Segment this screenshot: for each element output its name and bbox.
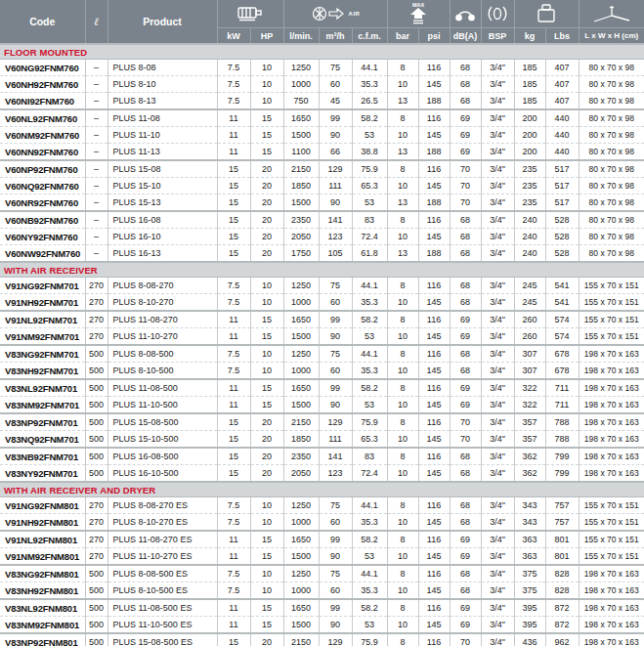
cell-liters: 500 <box>85 431 107 449</box>
cell-cfm: 35.3 <box>352 514 387 532</box>
cell-bar: 10 <box>387 127 418 144</box>
cell-dba: 69 <box>450 548 481 566</box>
cell-dba: 68 <box>450 278 481 294</box>
cell-dims: 155 x 70 x 151 <box>579 311 644 328</box>
cell-lmin: 1000 <box>283 514 319 532</box>
cell-bsp: 3/4" <box>481 160 514 178</box>
cell-code: V60NP92FNM760 <box>0 160 85 178</box>
cell-dims: 198 x 70 x 163 <box>579 599 644 617</box>
cell-lmin: 1650 <box>283 531 319 548</box>
cell-dims: 80 x 70 x 98 <box>579 93 644 110</box>
cell-kw: 11 <box>217 127 250 144</box>
cell-m3h: 99 <box>319 379 352 397</box>
cell-product: PLUS 15-13 <box>107 194 217 212</box>
cell-kw: 11 <box>217 328 250 346</box>
cell-hp: 10 <box>250 565 283 582</box>
cell-hp: 15 <box>250 379 283 397</box>
cell-code: V91NG92FNM701 <box>0 278 85 294</box>
cell-bsp: 3/4" <box>481 514 514 532</box>
cell-psi: 145 <box>418 127 450 144</box>
cell-dba: 68 <box>450 363 481 380</box>
motor-group-header <box>217 0 283 28</box>
cell-hp: 15 <box>250 311 283 328</box>
cell-kw: 15 <box>217 160 250 178</box>
cell-hp: 10 <box>250 93 283 110</box>
cell-bsp: 3/4" <box>481 127 514 144</box>
cell-liters: 270 <box>85 514 107 532</box>
cell-liters: 500 <box>85 633 107 646</box>
cell-liters: 500 <box>85 565 107 582</box>
cell-lmin: 1500 <box>283 548 319 566</box>
cell-kw: 7.5 <box>217 514 250 532</box>
cell-kg: 343 <box>514 514 545 532</box>
cell-lbs: 711 <box>545 397 579 414</box>
cell-product: PLUS 11-10-270 <box>107 328 217 346</box>
cell-kw: 11 <box>217 397 250 414</box>
cell-bsp: 3/4" <box>481 93 514 110</box>
cell-psi: 188 <box>418 245 450 263</box>
cell-product: PLUS 8-08-270 <box>107 278 217 294</box>
cell-lbs: 678 <box>545 363 579 380</box>
cell-bsp: 3/4" <box>481 531 514 548</box>
cell-liters: – <box>85 211 107 229</box>
cell-product: PLUS 8-10-270 <box>107 294 217 312</box>
cell-code: V91NL92FNM801 <box>0 531 85 548</box>
cell-cfm: 35.3 <box>352 76 387 93</box>
cell-bsp: 3/4" <box>481 599 514 617</box>
cell-lmin: 1650 <box>283 379 319 397</box>
cell-m3h: 90 <box>319 127 352 144</box>
cell-bsp: 3/4" <box>481 211 514 229</box>
cell-lbs: 828 <box>545 565 579 582</box>
cell-psi: 116 <box>418 599 450 617</box>
table-row: V60NY92FNM760–PLUS 16-101520205012372.41… <box>0 229 644 245</box>
cell-bsp: 3/4" <box>481 363 514 380</box>
air-group-header: AIR <box>283 0 387 28</box>
cell-bsp: 3/4" <box>481 144 514 161</box>
cell-product: PLUS 11-08-500 ES <box>107 599 217 617</box>
cell-dims: 80 x 70 x 98 <box>579 109 644 127</box>
cell-psi: 116 <box>418 311 450 328</box>
cell-hp: 10 <box>250 278 283 294</box>
cell-dims: 198 x 70 x 163 <box>579 633 644 646</box>
cell-dims: 198 x 70 x 163 <box>579 617 644 634</box>
cell-lbs: 517 <box>545 194 579 212</box>
cell-dims: 80 x 70 x 98 <box>579 245 644 263</box>
table-row: V83NG92FNM701500PLUS 8-08-5007.510125075… <box>0 345 644 363</box>
cell-liters: – <box>85 60 107 76</box>
cell-code: V60NW92FNM760 <box>0 245 85 263</box>
cell-psi: 145 <box>418 328 450 346</box>
product-spec-table: Code ℓ Product <box>0 0 644 646</box>
cell-cfm: 35.3 <box>352 363 387 380</box>
cell-code: V83NP92FNM801 <box>0 633 85 646</box>
cell-m3h: 60 <box>319 582 352 600</box>
cell-kw: 7.5 <box>217 93 250 110</box>
cell-product: PLUS 15-08-500 ES <box>107 633 217 646</box>
cell-lmin: 1250 <box>283 565 319 582</box>
cell-bsp: 3/4" <box>481 60 514 76</box>
cell-cfm: 65.3 <box>352 431 387 449</box>
cell-product: PLUS 15-10-500 <box>107 431 217 449</box>
noise-icon <box>451 4 481 23</box>
cell-code: V60NY92FNM760 <box>0 229 85 245</box>
col-header-bsp: BSP <box>481 28 514 45</box>
cell-product: PLUS 8-08-500 ES <box>107 565 217 582</box>
cell-bsp: 3/4" <box>481 379 514 397</box>
air-label: AIR <box>349 11 361 17</box>
col-header-kg: kg <box>514 28 545 45</box>
cell-bsp: 3/4" <box>481 194 514 212</box>
cell-hp: 15 <box>250 328 283 346</box>
cell-cfm: 75.9 <box>352 633 387 646</box>
cell-psi: 145 <box>418 397 450 414</box>
cell-product: PLUS 15-08 <box>107 160 217 178</box>
table-row: V60NG92FNM760–PLUS 8-087.51012507544.181… <box>0 60 644 76</box>
cell-cfm: 53 <box>352 397 387 414</box>
cell-m3h: 123 <box>319 465 352 483</box>
section-header-row: WITH AIR RECEIVER <box>0 262 644 278</box>
cell-product: PLUS 8-10 <box>107 76 217 93</box>
cell-liters: – <box>85 127 107 144</box>
cell-bsp: 3/4" <box>481 465 514 483</box>
cell-psi: 145 <box>418 294 450 312</box>
cell-kw: 7.5 <box>217 497 250 514</box>
cell-lbs: 407 <box>545 93 579 110</box>
cell-lmin: 750 <box>283 93 319 110</box>
